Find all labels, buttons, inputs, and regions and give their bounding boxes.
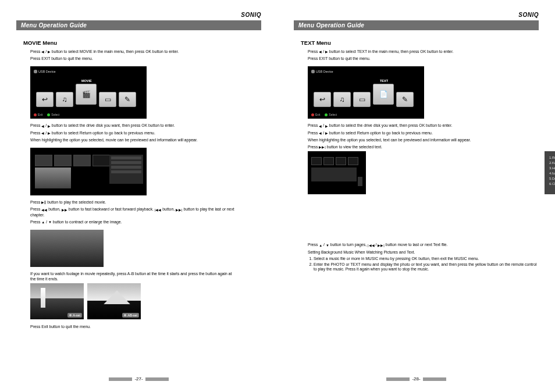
ab-set-screenshot: AB-set [87,283,141,319]
a-set-screenshot: A-set [30,283,84,319]
page-footer: -27- [16,370,261,382]
usb-device-label: USB Device [34,70,56,73]
instruction-text: Press ◀ / ▶ button to select Return opti… [30,130,261,136]
menu-tile: ♫ [56,92,73,107]
menu-tile-text: 📄 [373,84,394,105]
section-title-bar: Menu Operation Guide [294,20,539,30]
page-content: TEXT Menu Press ◀ / ▶ button to select T… [294,30,539,273]
list-item: 2.Keep these instructions. [549,161,555,165]
instruction-text: Press ▲ / ▼ button to contract or enlarg… [30,219,261,224]
instruction-text: Press ◀ / ▶ button to select Return opti… [308,130,539,136]
text-content-panel: 1.Read these instructions. 2.Keep these … [545,151,555,194]
page-right: SONIQ Menu Operation Guide TEXT Menu Pre… [278,0,555,392]
instruction-text: Press ◀◀ button, ▶▶ button to fast backw… [30,206,238,217]
usb-device-label: USB Device [311,70,333,73]
next-chapter-icon: ▶▶| [176,208,183,212]
instruction-text: Press Exit button to quit the menu. [30,324,261,329]
list-item: Select a music file or more in MUSIC men… [314,256,539,262]
menu-tile-movie: 🎬 [76,84,97,105]
menu-tile: ♫ [333,92,351,107]
menu-tile: ✎ [396,92,414,107]
text-preview-screenshot [308,151,366,194]
instruction-text: Press ◀ / ▶ button to select the drive d… [308,123,539,128]
info-panel [109,155,143,184]
preview-thumbnail [35,168,71,188]
instruction-text: Press ◀ / ▶ button to select MOVIE in th… [30,49,261,54]
text-menu-heading: TEXT Menu [301,40,539,46]
movie-preview-screenshot [30,148,147,195]
menu-tiles: ↩ ♫ ▭ 📄 ✎ [314,86,414,107]
page-footer: -28- [294,370,539,382]
bottom-hints: Exit Select [34,113,59,116]
instruction-text: When highlighting the option you selecte… [30,137,261,142]
list-item: 3.Head all warnings. [549,166,555,170]
list-item: Enter the PHOTO or TEXT menu and display… [314,262,539,273]
brand-logo: SONIQ [16,12,261,18]
menu-tiles: ↩ ♫ 🎬 ▭ ✎ [36,86,136,107]
instruction-text: Press ◀ / ▶ button to select the drive d… [30,123,261,128]
instruction-text: Setting Background Music When Watching P… [308,250,539,255]
exit-hint: Exit [34,113,42,116]
text-tile-label: TEXT [380,79,388,83]
rewind-icon: ◀◀ [41,208,47,212]
instruction-text: Press ▲ / ▼ button to turn pages, |◀◀ / … [308,242,539,247]
menu-tile: ↩ [36,92,54,107]
instruction-text: Press ◀ / ▶ button to select TEXT in the… [308,49,539,54]
prev-chapter-icon: |◀◀ [155,208,162,212]
a-set-badge: A-set [67,313,82,318]
select-hint: Select [47,113,59,116]
list-item: 4.follow all instructions. [549,172,555,175]
text-main-menu-screenshot: USB Device TEXT ↩ ♫ ▭ 📄 ✎ Exit Select [308,66,424,119]
ab-set-badge: AB-set [122,313,139,318]
menu-tile: ↩ [314,92,331,107]
next-icon: ▶▶| [319,145,326,149]
instruction-text: Press EXIT button to quit the menu. [308,56,539,61]
select-hint: Select [325,113,337,116]
prev-file-icon: |◀◀ [368,243,375,248]
movie-menu-heading: MOVIE Menu [23,40,261,46]
fast-forward-icon: ▶▶ [62,208,67,212]
list-item: 6.Clean only with dry cloth. [549,182,555,186]
movie-tile-label: MOVIE [81,79,92,83]
page-number: -27- [134,376,143,382]
instruction-text: Press ▶▶| button to view the selected te… [308,144,539,149]
list-item: 5.Do not use this apparatus near water. [549,177,555,180]
page-number: -28- [412,376,420,382]
instruction-list: 1.Read these instructions. 2.Keep these … [549,156,555,186]
background-music-steps: Select a music file or more in MUSIC men… [308,256,539,272]
page-content: MOVIE Menu Press ◀ / ▶ button to select … [16,30,261,332]
menu-tile: ▭ [99,92,116,107]
movie-main-menu-screenshot: USB Device MOVIE ↩ ♫ 🎬 ▭ ✎ Exit Select [30,66,147,119]
menu-tile: ✎ [119,92,136,107]
text-preview-wrap: 1.Read these instructions. 2.Keep these … [308,151,539,194]
next-file-icon: ▶▶| [378,243,385,248]
ab-screenshots-row: A-set AB-set [30,283,261,319]
instruction-text: Press ▶ǁ button to play the selected mov… [30,199,261,205]
movie-playback-screenshot [30,230,104,267]
exit-hint: Exit [311,113,320,116]
brand-logo: SONIQ [294,12,539,18]
section-title-bar: Menu Operation Guide [16,20,261,30]
page-left: SONIQ Menu Operation Guide MOVIE Menu Pr… [0,0,278,392]
instruction-text: When highlighting the option you selecte… [308,137,539,142]
instruction-text: Press EXIT button to quit the menu. [30,56,261,61]
list-item: 1.Read these instructions. [549,156,555,159]
menu-tile: ▭ [353,92,371,107]
bottom-hints: Exit Select [311,113,337,116]
instruction-text: If you want to watch footage in movie re… [30,271,238,281]
